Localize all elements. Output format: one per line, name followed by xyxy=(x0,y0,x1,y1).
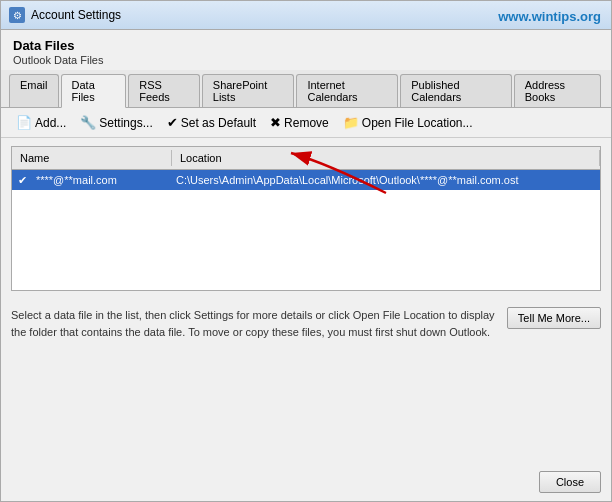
remove-label: Remove xyxy=(284,116,329,130)
add-label: Add... xyxy=(35,116,66,130)
tab-address-books[interactable]: Address Books xyxy=(514,74,601,107)
tell-me-more-button[interactable]: Tell Me More... xyxy=(507,307,601,329)
close-button[interactable]: Close xyxy=(539,471,601,493)
remove-icon: ✖ xyxy=(270,115,281,130)
breadcrumb-subtitle: Outlook Data Files xyxy=(13,54,599,66)
location-column-header: Location xyxy=(172,150,600,166)
bottom-section: Select a data file in the list, then cli… xyxy=(1,299,611,348)
help-text: Select a data file in the list, then cli… xyxy=(11,307,497,340)
breadcrumb: Data Files Outlook Data Files xyxy=(1,30,611,70)
open-location-label: Open File Location... xyxy=(362,116,473,130)
toolbar: 📄 Add... 🔧 Settings... ✔ Set as Default … xyxy=(1,108,611,138)
footer: Close xyxy=(539,471,601,493)
add-button[interactable]: 📄 Add... xyxy=(11,113,71,132)
name-column-header: Name xyxy=(12,150,172,166)
table-row[interactable]: ✔ ****@**mail.com C:\Users\Admin\AppData… xyxy=(12,170,600,190)
folder-icon: 📁 xyxy=(343,115,359,130)
set-default-label: Set as Default xyxy=(181,116,256,130)
account-settings-dialog: www.wintips.org ⚙ Account Settings Data … xyxy=(0,0,612,502)
selected-row-icon: ✔ xyxy=(12,174,32,187)
settings-icon: 🔧 xyxy=(80,115,96,130)
open-file-location-button[interactable]: 📁 Open File Location... xyxy=(338,113,478,132)
tab-published-calendars[interactable]: Published Calendars xyxy=(400,74,512,107)
breadcrumb-title: Data Files xyxy=(13,38,599,53)
list-body: ✔ ****@**mail.com C:\Users\Admin\AppData… xyxy=(12,170,600,290)
tab-rss-feeds[interactable]: RSS Feeds xyxy=(128,74,200,107)
row-name: ****@**mail.com xyxy=(32,172,172,188)
file-list-container: Name Location ✔ ****@**mail.com C:\Users… xyxy=(11,146,601,291)
add-icon: 📄 xyxy=(16,115,32,130)
dialog-icon: ⚙ xyxy=(9,7,25,23)
tab-email[interactable]: Email xyxy=(9,74,59,107)
remove-button[interactable]: ✖ Remove xyxy=(265,113,334,132)
tabs-bar: Email Data Files RSS Feeds SharePoint Li… xyxy=(1,70,611,108)
watermark: www.wintips.org xyxy=(498,9,601,24)
checkmark-icon: ✔ xyxy=(167,115,178,130)
tab-data-files[interactable]: Data Files xyxy=(61,74,127,108)
dialog-title: Account Settings xyxy=(31,8,121,22)
settings-label: Settings... xyxy=(99,116,152,130)
set-default-button[interactable]: ✔ Set as Default xyxy=(162,113,261,132)
settings-button[interactable]: 🔧 Settings... xyxy=(75,113,157,132)
row-location: C:\Users\Admin\AppData\Local\Microsoft\O… xyxy=(172,172,600,188)
tab-sharepoint-lists[interactable]: SharePoint Lists xyxy=(202,74,295,107)
list-header: Name Location xyxy=(12,147,600,170)
tab-internet-calendars[interactable]: Internet Calendars xyxy=(296,74,398,107)
